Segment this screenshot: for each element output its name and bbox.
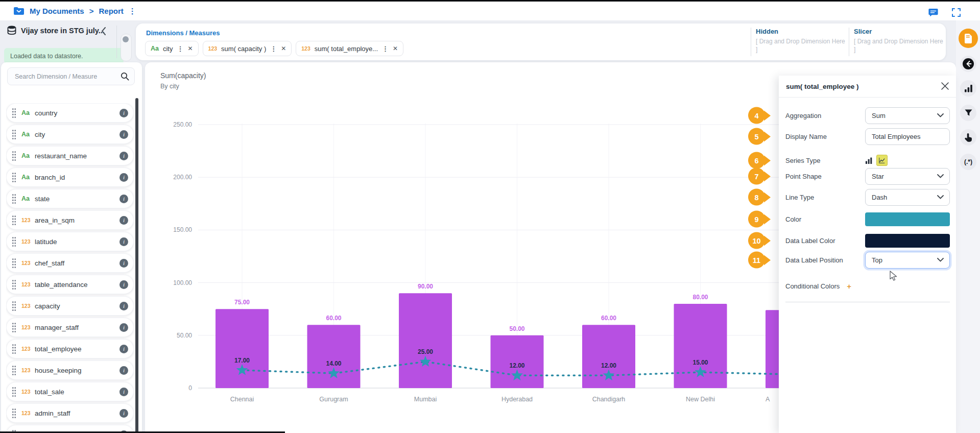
aggregation-label: Aggregation — [785, 112, 821, 119]
step-number: 10 — [752, 236, 760, 245]
drag-handle-icon[interactable] — [12, 279, 16, 290]
panel-row-series-type: 6Series Type — [779, 152, 956, 169]
info-icon[interactable]: i — [119, 109, 128, 117]
search-icon[interactable] — [121, 72, 129, 81]
drag-handle-icon[interactable] — [12, 322, 16, 332]
point-shape-select[interactable]: Star — [865, 168, 950, 185]
field-item-capacity[interactable]: 123capacityi — [6, 296, 134, 316]
field-type-badge: Aa — [21, 109, 35, 116]
pointer-hand-icon[interactable] — [960, 129, 976, 146]
search-box[interactable] — [7, 67, 135, 85]
slicer-dropzone[interactable]: Slicer [ Drag and Drop Dimension Here ] — [854, 28, 945, 54]
drag-handle-icon[interactable] — [12, 365, 16, 375]
chip-sumcapacity[interactable]: 123sum( capacity )⋮✕ — [203, 41, 292, 56]
svg-text:17.00: 17.00 — [234, 357, 250, 364]
bar-series-icon[interactable] — [865, 157, 873, 164]
breadcrumb-current[interactable]: Report — [99, 7, 123, 15]
info-icon[interactable]: i — [119, 130, 128, 139]
field-type-badge: 123 — [21, 410, 35, 416]
info-icon[interactable]: i — [119, 323, 128, 332]
datasource-card-icon[interactable] — [959, 29, 978, 48]
drag-handle-icon[interactable] — [12, 301, 16, 311]
chip-close-icon[interactable]: ✕ — [393, 45, 398, 52]
fullscreen-icon[interactable] — [952, 8, 961, 17]
field-name: restaurant_name — [35, 152, 119, 160]
breadcrumb-root[interactable]: My Documents — [30, 7, 84, 15]
field-item-admin_staff[interactable]: 123admin_staffi — [6, 403, 134, 423]
info-icon[interactable]: i — [119, 216, 128, 225]
filter-icon[interactable] — [960, 105, 976, 121]
field-type-badge: Aa — [21, 174, 35, 181]
drag-handle-icon[interactable] — [12, 194, 16, 204]
folder-icon[interactable] — [13, 6, 25, 16]
drag-handle-icon[interactable] — [12, 129, 16, 139]
panel-rows: 4AggregationSum5Display Name6Series Type… — [779, 76, 956, 433]
field-item-total_sale[interactable]: 123total_salei — [6, 382, 134, 401]
field-item-table_attendance[interactable]: 123table_attendancei — [6, 275, 134, 294]
info-icon[interactable]: i — [119, 280, 128, 289]
color-swatch[interactable] — [865, 212, 950, 226]
info-icon[interactable]: i — [119, 302, 128, 310]
chip-menu-icon[interactable]: ⋮ — [177, 45, 183, 53]
chart-icon[interactable] — [960, 80, 976, 97]
drag-handle-icon[interactable] — [12, 236, 16, 247]
chip-sumtotal_employe[interactable]: 123sum( total_employe...⋮✕ — [296, 41, 403, 56]
drag-handle-icon[interactable] — [12, 108, 16, 118]
field-item-branch_id[interactable]: Aabranch_idi — [6, 167, 134, 187]
aggregation-select[interactable]: Sum — [865, 107, 950, 124]
display-name-input[interactable] — [865, 128, 950, 145]
chevron-down-icon — [937, 195, 944, 199]
field-item-country[interactable]: Aacountryi — [6, 103, 134, 123]
comment-icon[interactable] — [928, 8, 938, 17]
svg-text:25.00: 25.00 — [418, 348, 433, 355]
field-item-house_keeping[interactable]: 123house_keepingi — [6, 360, 134, 380]
drag-handle-icon[interactable] — [12, 258, 16, 268]
info-icon[interactable]: i — [119, 366, 128, 375]
hidden-dropzone[interactable]: Hidden [ Drag and Drop Dimension Here ] — [756, 28, 847, 54]
field-item-state[interactable]: Aastatei — [6, 189, 134, 208]
drag-handle-icon[interactable] — [12, 151, 16, 161]
collapse-sidebar-icon[interactable] — [101, 27, 106, 35]
sidebar-scrollbar[interactable] — [135, 98, 138, 433]
step-number: 9 — [754, 215, 758, 223]
add-conditional-color-button[interactable]: + — [847, 282, 851, 291]
toolbar-drag-handle[interactable] — [121, 34, 132, 61]
drag-handle-icon[interactable] — [12, 215, 16, 225]
data-label-position-select[interactable]: Top — [865, 252, 950, 269]
report-menu-icon[interactable]: ⋮ — [129, 7, 136, 16]
info-icon[interactable]: i — [119, 345, 128, 353]
info-icon[interactable]: i — [119, 173, 128, 182]
chip-menu-icon[interactable]: ⋮ — [382, 45, 389, 53]
field-item-manager_staff[interactable]: 123manager_staffi — [6, 318, 134, 337]
back-icon[interactable] — [960, 56, 976, 72]
panel-row-data-label-position: 11Data Label PositionTop — [779, 251, 956, 269]
drag-handle-icon[interactable] — [12, 344, 16, 354]
right-toolbar-rail: (.*) — [956, 20, 980, 433]
field-item-latitude[interactable]: 123latitudei — [6, 232, 134, 251]
chip-close-icon[interactable]: ✕ — [187, 45, 193, 52]
field-item-city[interactable]: Aacityi — [6, 125, 134, 144]
chip-menu-icon[interactable]: ⋮ — [270, 45, 277, 53]
drag-handle-icon[interactable] — [12, 387, 16, 397]
chip-close-icon[interactable]: ✕ — [281, 45, 286, 52]
line-type-select[interactable]: Dash — [865, 189, 950, 206]
status-banner: Loaded data to datastore. — [4, 48, 124, 64]
search-input[interactable] — [14, 73, 121, 81]
info-icon[interactable]: i — [119, 259, 128, 268]
info-icon[interactable]: i — [119, 195, 128, 203]
drag-handle-icon[interactable] — [12, 172, 16, 182]
chip-city[interactable]: Aacity⋮✕ — [145, 41, 199, 56]
field-type-badge: Aa — [21, 131, 35, 138]
field-item-chef_staff[interactable]: 123chef_staffi — [6, 253, 134, 273]
line-series-icon-selected[interactable] — [876, 155, 888, 166]
field-item-area_in_sqm[interactable]: 123area_in_sqmi — [6, 210, 134, 230]
info-icon[interactable]: i — [119, 409, 128, 418]
info-icon[interactable]: i — [119, 152, 128, 160]
info-icon[interactable]: i — [119, 388, 128, 396]
data-label-color-swatch[interactable] — [865, 234, 950, 248]
info-icon[interactable]: i — [119, 237, 128, 246]
drag-handle-icon[interactable] — [12, 408, 16, 418]
regex-icon[interactable]: (.*) — [960, 154, 976, 170]
field-item-restaurant_name[interactable]: Aarestaurant_namei — [6, 146, 134, 165]
field-item-total_employee[interactable]: 123total_employeei — [6, 339, 134, 358]
